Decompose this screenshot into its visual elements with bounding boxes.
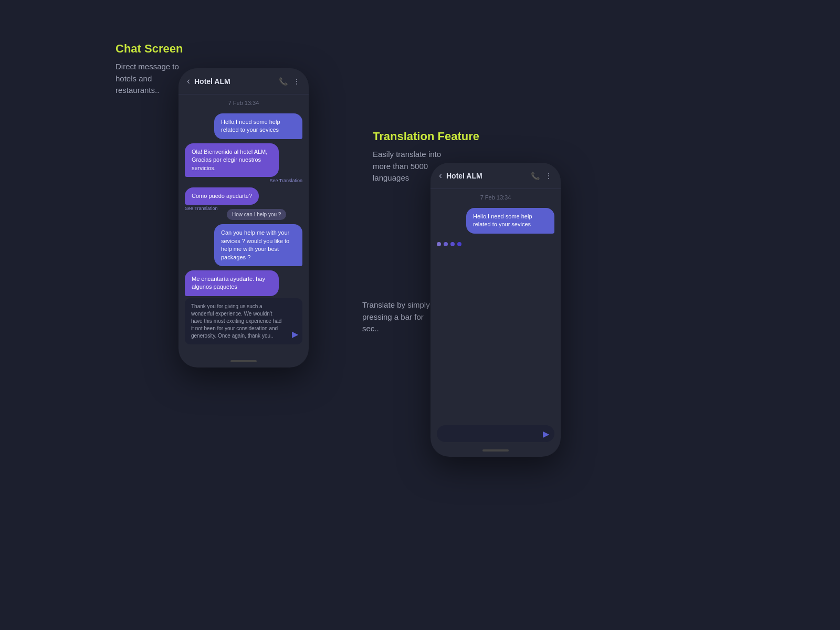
- right-back-arrow-icon[interactable]: ‹: [439, 170, 442, 181]
- right-more-icon[interactable]: ⋮: [545, 172, 552, 180]
- dot-1: [437, 242, 441, 246]
- translation-title: Translation Feature: [373, 130, 479, 143]
- right-section-label2: Translate by simply pressing a bar for s…: [362, 299, 441, 335]
- tooltip-translation: How can I help you ?: [227, 209, 286, 220]
- bottom-handle-left: [230, 360, 257, 362]
- right-phone-icon[interactable]: 📞: [531, 172, 540, 180]
- right-send-icon[interactable]: ▶: [543, 429, 549, 439]
- timestamp-left: 7 Feb 13:34: [178, 94, 309, 109]
- right-input-bar[interactable]: ▶: [437, 425, 554, 442]
- see-translation-2[interactable]: See Translation: [185, 206, 218, 211]
- chat-area-right: Hello,I need some help related to your s…: [430, 204, 561, 238]
- hotel-name-right: Hotel ALM: [446, 172, 482, 180]
- dot-3: [450, 242, 455, 246]
- msg-received-1: Ola! Bienvenido al hotel ALM, Gracias po…: [185, 143, 279, 177]
- draft-area: Thank you for giving us such a wonderful…: [185, 298, 302, 344]
- msg-received-3: Me encantaría ayudarte. hay algunos paqu…: [185, 270, 279, 296]
- bottom-handle-right: [482, 449, 509, 452]
- left-phone-mockup: ‹ Hotel ALM 📞 ⋮ 7 Feb 13:34 Hello,I need…: [178, 68, 309, 368]
- chat-screen-desc: Direct message to hotels and restaurants…: [116, 61, 184, 97]
- timestamp-right: 7 Feb 13:34: [430, 189, 561, 204]
- typing-dots: [430, 238, 561, 250]
- msg-received-2: Como puedo ayudarte?: [185, 187, 259, 205]
- draft-message[interactable]: Thank you for giving us such a wonderful…: [185, 298, 302, 344]
- more-icon[interactable]: ⋮: [293, 77, 300, 86]
- chat-screen-title: Chat Screen: [116, 42, 184, 56]
- right-header-icons: 📞 ⋮: [531, 172, 552, 180]
- chat-area-left: Hello,I need some help related to your s…: [178, 109, 309, 300]
- right-header-left: ‹ Hotel ALM: [439, 170, 482, 181]
- msg-received-wrapper-2: Como puedo ayudarte? See Translation How…: [185, 187, 302, 220]
- send-button-left[interactable]: ▶: [292, 329, 298, 340]
- msg-received-wrapper-1: Ola! Bienvenido al hotel ALM, Gracias po…: [185, 143, 302, 183]
- left-section-label: Chat Screen Direct message to hotels and…: [116, 42, 184, 97]
- phone-icon[interactable]: 📞: [279, 77, 288, 86]
- page-container: Chat Screen Direct message to hotels and…: [0, 0, 840, 630]
- translation-desc2: Translate by simply pressing a bar for s…: [362, 299, 441, 335]
- right-msg-sent-1: Hello,I need some help related to your s…: [466, 208, 554, 234]
- see-translation-1[interactable]: See Translation: [269, 178, 302, 183]
- right-phone-header: ‹ Hotel ALM 📞 ⋮: [430, 163, 561, 189]
- dot-4: [457, 242, 461, 246]
- header-icons: 📞 ⋮: [279, 77, 300, 86]
- back-arrow-icon[interactable]: ‹: [187, 76, 190, 87]
- msg-sent-2: Can you help me with your sevices ? woul…: [214, 224, 302, 266]
- hotel-name-left: Hotel ALM: [194, 77, 230, 86]
- msg-sent-1: Hello,I need some help related to your s…: [214, 113, 302, 139]
- dot-2: [444, 242, 448, 246]
- left-phone-header: ‹ Hotel ALM 📞 ⋮: [178, 68, 309, 94]
- header-left: ‹ Hotel ALM: [187, 76, 230, 87]
- right-phone-mockup: ‹ Hotel ALM 📞 ⋮ 7 Feb 13:34 Hello,I need…: [430, 163, 561, 457]
